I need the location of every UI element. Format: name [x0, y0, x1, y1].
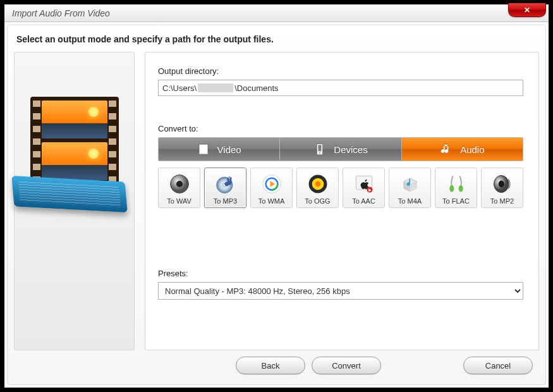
format-flac-label: To FLAC — [442, 197, 470, 205]
svg-rect-5 — [207, 145, 209, 147]
back-button[interactable]: Back — [236, 357, 305, 374]
device-icon — [313, 143, 326, 156]
cancel-button[interactable]: Cancel — [463, 357, 533, 374]
category-tabs: Video Devices Audio — [158, 137, 523, 161]
format-mp3-label: To MP3 — [214, 197, 237, 205]
format-m4a-label: To M4A — [398, 197, 422, 205]
presets-label: Presets: — [158, 269, 523, 278]
presets-select[interactable]: Normal Quality - MP3: 48000 Hz, Stereo, … — [158, 282, 523, 300]
format-wma-label: To WMA — [258, 197, 285, 205]
tab-video[interactable]: Video — [159, 138, 280, 161]
format-mp2-label: To MP2 — [490, 197, 514, 205]
loudspeaker-icon — [489, 172, 516, 196]
convert-to-label: Convert to: — [158, 124, 523, 133]
format-flac[interactable]: To FLAC — [435, 168, 477, 208]
dialog-window: Import Audio From Video ✕ Select an outp… — [0, 0, 553, 392]
wmp-icon — [258, 172, 286, 196]
window-title: Import Audio From Video — [8, 8, 110, 18]
convert-button[interactable]: Convert — [312, 357, 381, 374]
svg-point-13 — [176, 181, 182, 187]
output-directory-label: Output directory: — [158, 66, 523, 76]
instruction-text: Select an output mode and specify a path… — [14, 30, 539, 52]
svg-rect-2 — [198, 148, 199, 149]
svg-point-21 — [315, 181, 320, 187]
tab-audio[interactable]: Audio — [402, 138, 523, 161]
format-ogg-label: To OGG — [305, 197, 330, 205]
svg-rect-4 — [198, 152, 199, 153]
illustration-panel — [14, 52, 135, 350]
path-suffix: \Documents — [234, 83, 278, 93]
format-m4a[interactable]: To M4A — [389, 168, 431, 208]
footer: Back Convert Cancel — [14, 350, 539, 381]
body-row: Output directory: C:\Users\ \Documents C… — [14, 52, 539, 350]
svg-point-27 — [498, 181, 504, 188]
format-ogg[interactable]: To OGG — [296, 168, 339, 208]
format-aac-label: To AAC — [352, 197, 375, 205]
format-mp3[interactable]: To MP3 — [204, 168, 246, 208]
format-aac[interactable]: To AAC — [343, 168, 385, 208]
svg-rect-1 — [198, 145, 199, 147]
film-icon — [197, 143, 210, 156]
content-area: Select an output mode and specify a path… — [7, 25, 546, 385]
close-button[interactable]: ✕ — [508, 3, 546, 17]
music-note-icon — [440, 143, 453, 156]
settings-panel: Output directory: C:\Users\ \Documents C… — [145, 52, 539, 350]
tab-audio-label: Audio — [460, 144, 484, 155]
svg-point-11 — [319, 152, 320, 154]
titlebar: Import Audio From Video ✕ — [4, 4, 549, 22]
film-illustration — [24, 97, 125, 204]
tab-devices[interactable]: Devices — [280, 138, 401, 161]
path-prefix: C:\Users\ — [162, 83, 197, 93]
svg-rect-7 — [207, 150, 209, 151]
speaker-cone-icon — [166, 172, 193, 196]
audio-wave-ribbon-icon — [11, 176, 127, 212]
svg-point-24 — [449, 185, 454, 192]
ogg-icon — [304, 172, 332, 196]
format-mp2[interactable]: To MP2 — [481, 168, 523, 208]
svg-rect-0 — [199, 145, 207, 154]
format-wma[interactable]: To WMA — [250, 168, 293, 208]
svg-rect-10 — [319, 145, 322, 151]
redacted-username — [198, 83, 233, 92]
earbuds-icon — [442, 172, 470, 196]
format-wav[interactable]: To WAV — [158, 168, 200, 208]
tab-devices-label: Devices — [334, 144, 367, 155]
format-row: To WAV To MP3 To WMA — [158, 168, 523, 208]
output-directory-input[interactable]: C:\Users\ \Documents — [158, 80, 523, 96]
svg-point-25 — [458, 185, 463, 192]
svg-rect-6 — [207, 148, 209, 149]
apple-box-icon — [350, 172, 378, 196]
tab-video-label: Video — [217, 144, 241, 155]
close-icon: ✕ — [524, 6, 530, 15]
svg-rect-8 — [207, 152, 209, 153]
svg-rect-3 — [198, 150, 199, 151]
box-note-icon — [396, 172, 424, 196]
format-wav-label: To WAV — [167, 197, 191, 205]
disc-note-icon — [212, 172, 240, 196]
